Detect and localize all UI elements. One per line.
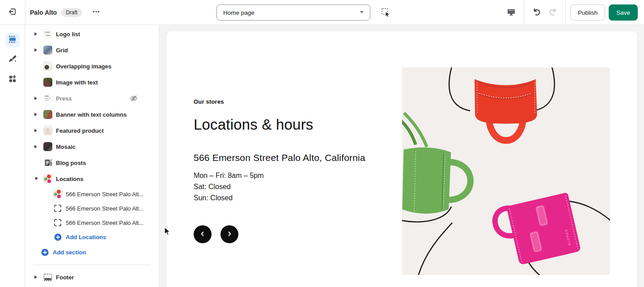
marquee-cursor-icon: [381, 7, 390, 18]
empty-frame-icon: [53, 204, 62, 212]
section-thumbnail: [43, 94, 52, 103]
rail-app-embeds-tab[interactable]: [5, 72, 20, 87]
add-section-label: Add section: [53, 249, 86, 256]
store-address: 566 Emerson Street Palo Alto, California: [194, 152, 404, 163]
section-label: Featured product: [56, 127, 104, 134]
desktop-monitor-icon: [506, 7, 516, 18]
publish-button[interactable]: Publish: [570, 4, 605, 21]
chevron-down-icon: [359, 9, 364, 16]
caret-right-icon[interactable]: [34, 275, 40, 279]
section-label: Overlapping images: [56, 63, 111, 70]
storefront-preview[interactable]: Our stores Locations & hours 566 Emerson…: [167, 31, 637, 287]
section-label: Banner with text columns: [56, 111, 127, 118]
caret-right-icon[interactable]: [34, 112, 40, 117]
block-item-location-2[interactable]: 566 Emerson Street Palo Alt...: [25, 201, 159, 215]
undo-button[interactable]: [529, 4, 545, 21]
sidebar-item-blog-posts[interactable]: Blog posts: [25, 155, 159, 171]
hours-line: Sat: Closed: [194, 181, 404, 192]
section-thumbnail: [43, 30, 52, 38]
exit-editor-button[interactable]: [4, 4, 21, 21]
topbar-actions: Publish Save: [503, 0, 638, 25]
status-badge: Draft: [61, 8, 82, 17]
rail-theme-settings-tab[interactable]: [5, 53, 20, 67]
sidebar-item-featured-product[interactable]: Featured product: [25, 122, 159, 139]
section-thumbnail: [43, 62, 52, 71]
locations-section-text: Our stores Locations & hours 566 Emerson…: [194, 98, 404, 203]
sidebar-item-banner-with-text-columns[interactable]: Banner with text columns: [25, 106, 159, 122]
exit-icon: [8, 7, 17, 17]
section-thumbnail: [43, 78, 52, 87]
add-section-button[interactable]: Add section: [25, 244, 159, 260]
more-options-button[interactable]: [88, 4, 104, 21]
sidebar-item-image-with-text[interactable]: Image with text: [25, 74, 159, 90]
page-selector-value: Home page: [223, 9, 359, 16]
section-thumbnail: [43, 126, 52, 135]
redo-icon: [548, 7, 558, 18]
block-item-location-3[interactable]: 566 Emerson Street Palo Alt...: [25, 215, 159, 230]
rail-sections-tab[interactable]: [5, 33, 20, 47]
device-preview-desktop-button[interactable]: [503, 4, 519, 21]
preview-background: Our stores Locations & hours 566 Emerson…: [159, 25, 644, 287]
sidebar-item-locations[interactable]: Locations: [25, 171, 159, 187]
sidebar-item-footer[interactable]: Footer: [25, 269, 159, 285]
section-thumbnail: [43, 142, 52, 151]
caret-right-icon[interactable]: [34, 128, 40, 133]
page-selector-dropdown[interactable]: Home page: [216, 4, 370, 21]
block-label: 566 Emerson Street Palo Alt...: [66, 191, 144, 198]
plus-circle-icon: [53, 233, 62, 241]
section-label: Locations: [56, 176, 83, 182]
section-label: Blog posts: [56, 160, 86, 166]
previous-arrow-button[interactable]: [194, 225, 212, 243]
add-locations-button[interactable]: Add Locations: [25, 230, 159, 244]
left-rail: [0, 25, 25, 287]
caret-right-icon[interactable]: [34, 32, 40, 36]
horizontal-dots-icon: [92, 8, 100, 17]
section-thumbnail: [43, 174, 52, 183]
inspect-element-button[interactable]: [377, 4, 394, 21]
caret-down-icon[interactable]: [34, 177, 40, 181]
block-label: 566 Emerson Street Palo Alt...: [66, 205, 144, 212]
next-arrow-button[interactable]: [220, 225, 238, 243]
section-thumbnail: [43, 110, 52, 119]
section-label: Mosaic: [56, 144, 76, 150]
theme-name: Palo Alto: [30, 9, 57, 16]
sidebar-item-logo-list[interactable]: Logo list: [25, 26, 159, 42]
add-locations-label: Add Locations: [66, 234, 106, 241]
section-eyebrow: Our stores: [194, 98, 404, 105]
divider: [524, 0, 524, 25]
paintbrush-icon: [8, 54, 17, 66]
hours-line: Sun: Closed: [194, 192, 404, 203]
caret-right-icon[interactable]: [34, 144, 40, 149]
sidebar-item-press[interactable]: Press: [25, 90, 159, 106]
divider: [565, 0, 566, 25]
section-thumbnail: [43, 46, 52, 55]
section-label: Footer: [56, 274, 74, 281]
blog-posts-icon: [43, 158, 52, 167]
exit-area: [0, 0, 25, 25]
sidebar-item-popups[interactable]: Popups: [25, 285, 159, 287]
block-label: 566 Emerson Street Palo Alt...: [66, 219, 144, 226]
section-label: Press: [56, 95, 72, 102]
chevron-right-icon: [226, 231, 233, 238]
save-button[interactable]: Save: [609, 4, 638, 21]
sidebar-item-grid[interactable]: Grid: [25, 42, 159, 58]
sidebar-item-mosaic[interactable]: Mosaic: [25, 139, 159, 155]
section-label: Grid: [56, 47, 68, 54]
section-label: Logo list: [56, 31, 80, 38]
section-label: Image with text: [56, 79, 98, 86]
footer-icon: [43, 274, 52, 281]
sidebar-divider: [33, 265, 151, 265]
store-hours: Mon – Fri: 8am – 5pm Sat: Closed Sun: Cl…: [194, 170, 404, 203]
empty-frame-icon: [53, 219, 62, 227]
sections-sidebar: Logo list Grid Overlapping images Image …: [25, 25, 159, 287]
block-thumbnail: [53, 190, 62, 198]
main-area: Logo list Grid Overlapping images Image …: [0, 25, 644, 287]
sections-icon: [8, 34, 17, 46]
caret-right-icon[interactable]: [34, 96, 40, 101]
redo-button[interactable]: [545, 4, 561, 21]
sidebar-item-overlapping-images[interactable]: Overlapping images: [25, 58, 159, 74]
eye-slash-icon[interactable]: [130, 94, 138, 102]
hours-line: Mon – Fri: 8am – 5pm: [194, 170, 404, 181]
caret-right-icon[interactable]: [34, 48, 40, 52]
block-item-location-1[interactable]: 566 Emerson Street Palo Alt...: [25, 187, 159, 201]
